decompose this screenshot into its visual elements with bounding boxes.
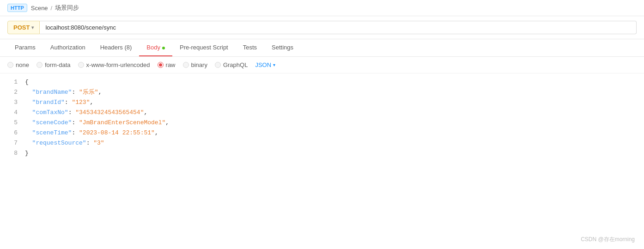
radio-none-label: none xyxy=(16,61,29,68)
line-num-7: 7 xyxy=(0,138,18,148)
method-select[interactable]: POST ▾ xyxy=(7,21,40,34)
breadcrumb: Scene / 场景同步 xyxy=(31,4,79,12)
body-dot xyxy=(162,47,165,49)
breadcrumb-page: 场景同步 xyxy=(55,4,79,12)
tab-pre-request-label: Pre-request Script xyxy=(180,44,228,51)
tabs-bar: Params Authorization Headers (8) Body Pr… xyxy=(0,39,644,57)
method-label: POST xyxy=(13,24,30,31)
radio-none[interactable]: none xyxy=(7,61,29,68)
code-line-4: "comTaxNo": "34534324543565454", xyxy=(25,108,644,118)
radio-form-data-label: form-data xyxy=(45,61,71,68)
radio-urlencoded-circle xyxy=(78,62,84,68)
radio-raw[interactable]: raw xyxy=(158,61,176,68)
line-num-1: 1 xyxy=(0,77,18,87)
breadcrumb-scene: Scene xyxy=(31,5,48,12)
tab-pre-request[interactable]: Pre-request Script xyxy=(172,39,236,56)
line-num-8: 8 xyxy=(0,148,18,158)
radio-graphql-circle xyxy=(215,62,221,68)
radio-graphql-label: GraphQL xyxy=(223,61,248,68)
code-content[interactable]: { "brandName": "乐乐", "brandId": "123", "… xyxy=(23,77,644,158)
line-num-2: 2 xyxy=(0,87,18,97)
tab-headers[interactable]: Headers (8) xyxy=(93,39,140,56)
line-num-4: 4 xyxy=(0,108,18,118)
tab-params[interactable]: Params xyxy=(7,39,43,56)
code-line-8: } xyxy=(25,148,644,158)
code-line-3: "brandId": "123", xyxy=(25,97,644,108)
breadcrumb-sep: / xyxy=(51,5,53,12)
tab-params-label: Params xyxy=(15,44,36,51)
code-line-5: "sceneCode": "JmBrandEnterSceneModel", xyxy=(25,118,644,128)
radio-none-circle xyxy=(7,62,13,68)
tab-body-label: Body xyxy=(146,44,160,51)
body-types: none form-data x-www-form-urlencoded raw… xyxy=(0,57,644,73)
line-num-6: 6 xyxy=(0,128,18,138)
json-dropdown-label: JSON xyxy=(255,61,271,68)
url-input[interactable] xyxy=(40,21,637,34)
line-num-3: 3 xyxy=(0,97,18,108)
radio-urlencoded[interactable]: x-www-form-urlencoded xyxy=(78,61,150,68)
tab-tests[interactable]: Tests xyxy=(236,39,264,56)
url-bar: POST ▾ xyxy=(0,16,644,39)
tab-headers-label: Headers (8) xyxy=(100,44,132,51)
code-editor: 1 2 3 4 5 6 7 8 { "brandName": "乐乐", "br… xyxy=(0,73,644,162)
http-badge: HTTP xyxy=(7,4,27,12)
radio-form-data-circle xyxy=(36,62,43,68)
code-line-6: "sceneTime": "2023-08-14 22:55:51", xyxy=(25,128,644,138)
tab-tests-label: Tests xyxy=(243,44,257,51)
tab-settings[interactable]: Settings xyxy=(264,39,301,56)
method-chevron: ▾ xyxy=(31,25,34,30)
code-line-7: "requestSource": "3" xyxy=(25,138,644,148)
line-numbers: 1 2 3 4 5 6 7 8 xyxy=(0,77,23,158)
tab-settings-label: Settings xyxy=(272,44,293,51)
tab-authorization-label: Authorization xyxy=(50,44,85,51)
code-line-1: { xyxy=(25,77,644,87)
json-dropdown[interactable]: JSON ▾ xyxy=(255,61,275,68)
line-num-5: 5 xyxy=(0,118,18,128)
radio-raw-label: raw xyxy=(166,61,176,68)
radio-graphql[interactable]: GraphQL xyxy=(215,61,248,68)
radio-raw-circle xyxy=(158,62,164,68)
radio-binary-circle xyxy=(183,62,189,68)
radio-binary-label: binary xyxy=(191,61,207,68)
tab-body[interactable]: Body xyxy=(139,39,172,56)
radio-urlencoded-label: x-www-form-urlencoded xyxy=(86,61,150,68)
radio-binary[interactable]: binary xyxy=(183,61,207,68)
radio-form-data[interactable]: form-data xyxy=(36,61,71,68)
tab-authorization[interactable]: Authorization xyxy=(43,39,93,56)
code-line-2: "brandName": "乐乐", xyxy=(25,87,644,97)
top-bar: HTTP Scene / 场景同步 xyxy=(0,0,644,16)
json-dropdown-chevron: ▾ xyxy=(273,62,275,67)
